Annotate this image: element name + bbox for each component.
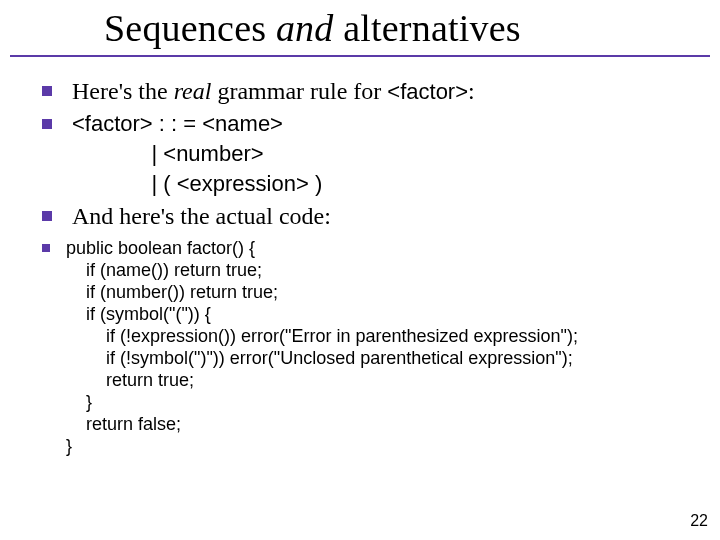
code-block: public boolean factor() { if (name()) re… bbox=[66, 237, 578, 457]
list-item: public boolean factor() { if (name()) re… bbox=[42, 237, 692, 457]
title-text-pre: Sequences bbox=[104, 7, 276, 49]
list-item: And here's the actual code: bbox=[42, 201, 692, 231]
title-underline bbox=[10, 55, 710, 57]
bullet-1-mid: grammar rule for bbox=[211, 78, 387, 104]
bullet-1-text: Here's the real grammar rule for <factor… bbox=[72, 76, 475, 107]
bullet-list: Here's the real grammar rule for <factor… bbox=[42, 76, 692, 459]
title-text-post: alternatives bbox=[334, 7, 521, 49]
grammar-rule: <factor> : : = <name> | <number> | ( <ex… bbox=[72, 109, 322, 199]
list-item: Here's the real grammar rule for <factor… bbox=[42, 76, 692, 107]
bullet-icon bbox=[42, 86, 52, 96]
bullet-1-ital: real bbox=[174, 78, 212, 104]
bullet-3-text: And here's the actual code: bbox=[72, 201, 331, 231]
bullet-icon bbox=[42, 119, 52, 129]
bullet-1-post: : bbox=[468, 78, 475, 104]
title-text-ital: and bbox=[276, 7, 334, 49]
list-item: <factor> : : = <name> | <number> | ( <ex… bbox=[42, 109, 692, 199]
bullet-icon bbox=[42, 244, 50, 252]
bullet-1-pre: Here's the bbox=[72, 78, 174, 104]
bullet-1-code: <factor> bbox=[387, 79, 468, 104]
slide: Sequences and alternatives Here's the re… bbox=[0, 0, 720, 540]
slide-title: Sequences and alternatives bbox=[104, 6, 521, 50]
page-number: 22 bbox=[690, 512, 708, 530]
bullet-icon bbox=[42, 211, 52, 221]
